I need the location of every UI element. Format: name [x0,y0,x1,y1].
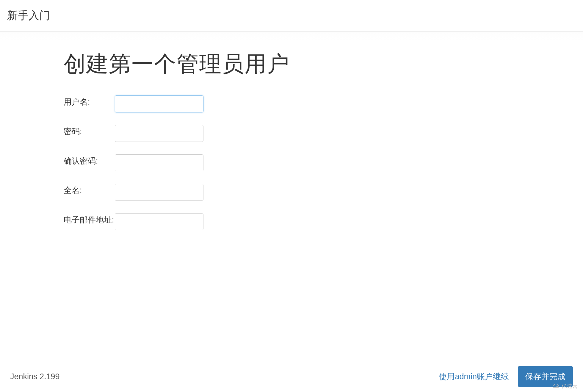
email-label: 电子邮件地址: [64,213,115,225]
fullname-label: 全名: [64,184,115,196]
watermark-text: 亿速云 [562,382,578,390]
svg-point-2 [557,386,558,387]
svg-point-1 [556,386,557,387]
header-title: 新手入门 [7,8,576,23]
form-row-confirm-password: 确认密码: [64,154,583,171]
form-row-fullname: 全名: [64,184,583,201]
username-input[interactable] [115,95,203,112]
header: 新手入门 [0,0,583,32]
form-row-username: 用户名: [64,95,583,112]
username-label: 用户名: [64,95,115,107]
version-text: Jenkins 2.199 [10,372,60,381]
form-row-email: 电子邮件地址: [64,213,583,230]
watermark: 亿速云 [552,382,578,390]
confirm-password-label: 确认密码: [64,154,115,166]
page-heading: 创建第一个管理员用户 [64,49,583,79]
footer: Jenkins 2.199 使用admin账户继续 保存并完成 [0,361,583,392]
email-input[interactable] [115,213,203,230]
confirm-password-input[interactable] [115,154,203,171]
form-row-password: 密码: [64,125,583,142]
continue-as-admin-button[interactable]: 使用admin账户继续 [439,371,509,382]
cloud-icon [552,383,560,389]
password-input[interactable] [115,125,203,142]
main-content: 创建第一个管理员用户 用户名: 密码: 确认密码: 全名: 电子邮件地址: [0,32,583,363]
password-label: 密码: [64,125,115,137]
svg-point-0 [555,386,555,387]
fullname-input[interactable] [115,184,203,201]
